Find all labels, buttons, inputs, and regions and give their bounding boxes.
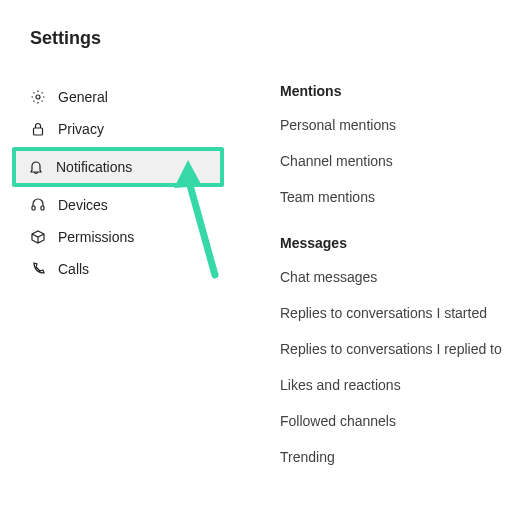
- setting-row[interactable]: Replies to conversations I started: [280, 305, 512, 321]
- sidebar-item-privacy[interactable]: Privacy: [18, 113, 220, 145]
- setting-row[interactable]: Replies to conversations I replied to: [280, 341, 512, 357]
- bell-icon: [28, 159, 44, 175]
- sidebar-item-devices[interactable]: Devices: [18, 189, 220, 221]
- settings-sidebar: General Privacy Notifications Devices: [0, 81, 230, 485]
- sidebar-item-label: Calls: [58, 261, 89, 277]
- svg-rect-3: [41, 206, 44, 210]
- sidebar-item-notifications[interactable]: Notifications: [16, 151, 220, 183]
- setting-row[interactable]: Chat messages: [280, 269, 512, 285]
- highlight-box: Notifications: [12, 147, 224, 187]
- package-icon: [30, 229, 46, 245]
- settings-content: General Privacy Notifications Devices: [0, 81, 512, 485]
- sidebar-item-label: Privacy: [58, 121, 104, 137]
- sidebar-item-general[interactable]: General: [18, 81, 220, 113]
- settings-main: Mentions Personal mentions Channel menti…: [230, 81, 512, 485]
- svg-point-0: [36, 95, 40, 99]
- page-title: Settings: [0, 0, 512, 49]
- setting-row[interactable]: Followed channels: [280, 413, 512, 429]
- sidebar-item-label: General: [58, 89, 108, 105]
- setting-row[interactable]: Team mentions: [280, 189, 512, 205]
- setting-row[interactable]: Likes and reactions: [280, 377, 512, 393]
- lock-icon: [30, 121, 46, 137]
- section-header-mentions: Mentions: [280, 83, 512, 99]
- svg-rect-2: [32, 206, 35, 210]
- headset-icon: [30, 197, 46, 213]
- sidebar-item-label: Permissions: [58, 229, 134, 245]
- setting-row[interactable]: Personal mentions: [280, 117, 512, 133]
- gear-icon: [30, 89, 46, 105]
- phone-icon: [30, 261, 46, 277]
- setting-row[interactable]: Channel mentions: [280, 153, 512, 169]
- svg-rect-1: [34, 128, 43, 135]
- sidebar-item-calls[interactable]: Calls: [18, 253, 220, 285]
- section-header-messages: Messages: [280, 235, 512, 251]
- sidebar-item-label: Devices: [58, 197, 108, 213]
- sidebar-item-label: Notifications: [56, 159, 132, 175]
- sidebar-item-permissions[interactable]: Permissions: [18, 221, 220, 253]
- setting-row[interactable]: Trending: [280, 449, 512, 465]
